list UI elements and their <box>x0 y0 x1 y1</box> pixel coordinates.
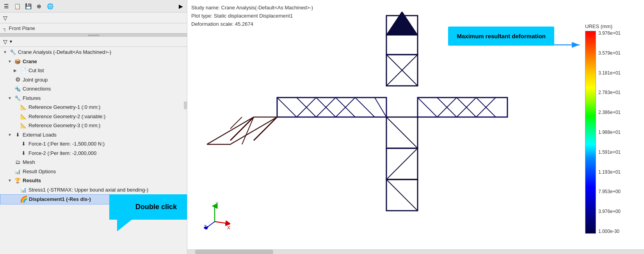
tree-fixtures[interactable]: ▼ 🔧 Fixtures <box>0 94 187 103</box>
tree-results[interactable]: ▼ 🏆 Results <box>0 176 187 185</box>
stress1-icon: 📊 <box>20 186 27 193</box>
extloads-expand[interactable]: ▼ <box>8 132 12 138</box>
root-expand[interactable]: ▼ <box>3 49 8 55</box>
study-line1: Study name: Crane Analysis(-Default<As M… <box>191 4 313 12</box>
crosshair-icon[interactable]: ⊕ <box>35 2 43 11</box>
tree-root[interactable]: ▼ 🔧 Crane Analysis (-Default<As Machined… <box>0 48 187 57</box>
tree-crane[interactable]: ▼ 📦 Crane <box>0 57 187 66</box>
double-click-tooltip-container: Double click <box>109 194 187 220</box>
color-scale: URES (mm) 3.976e+01 3.579e+01 3.181e+01 … <box>585 23 621 234</box>
root-label: Crane Analysis (-Default<As Machined>-) <box>18 48 111 56</box>
resize-handle[interactable] <box>184 101 187 109</box>
scrollbar-thumb[interactable] <box>195 250 273 254</box>
filter-bar-2: ▽ ▼ <box>0 37 187 47</box>
scale-values: 3.976e+01 3.579e+01 3.181e+01 2.783e+01 … <box>598 31 621 234</box>
svg-line-12 <box>355 98 375 117</box>
tree-refgeo3[interactable]: ▶ 📐 Reference Geometry-3 (:0 mm:) <box>0 121 187 130</box>
scale-val-5: 1.988e+01 <box>598 130 621 135</box>
cutlist-icon: 📄 <box>20 67 27 74</box>
scale-val-8: 7.953e+00 <box>598 189 621 194</box>
front-plane-label[interactable]: Front Plane <box>9 25 35 31</box>
filter-dropdown-arrow[interactable]: ▼ <box>9 39 13 44</box>
force1-label: Force-1 (:Per item: -1,500,000 N:) <box>28 140 105 148</box>
results-icon: 🏆 <box>14 177 21 184</box>
tree-mesh[interactable]: ▶ 🗂 Mesh <box>0 158 187 167</box>
displacement1-icon: 🌈 <box>20 196 27 203</box>
expand-icon[interactable]: ▶ <box>176 2 185 11</box>
crane-expand[interactable]: ▼ <box>8 59 12 64</box>
axis-indicator: Y X Z <box>203 202 230 231</box>
scale-val-10: 1.000e-30 <box>598 229 621 234</box>
svg-line-31 <box>386 117 418 148</box>
list-icon[interactable]: 📋 <box>13 2 21 11</box>
menu-icon[interactable]: ☰ <box>2 2 11 11</box>
tree-cutlist[interactable]: ▶ 📄 Cut list <box>0 66 187 75</box>
save-icon[interactable]: 💾 <box>24 2 32 11</box>
simulation-tree: ▼ 🔧 Crane Analysis (-Default<As Machined… <box>0 47 187 254</box>
mesh-icon: 🗂 <box>14 159 21 166</box>
filter-bar: ▽ <box>0 12 187 23</box>
globe-icon[interactable]: 🌐 <box>46 2 54 11</box>
x-axis-label: X <box>227 225 230 229</box>
z-axis-label: Z <box>204 224 206 229</box>
fixtures-expand[interactable]: ▼ <box>8 95 12 101</box>
scale-val-1: 3.579e+01 <box>598 51 621 55</box>
scale-val-4: 2.386e+01 <box>598 110 621 115</box>
svg-line-28 <box>242 117 254 144</box>
root-icon: 🔧 <box>9 49 16 56</box>
cutlist-label: Cut list <box>28 67 44 75</box>
results-expand[interactable]: ▼ <box>8 178 12 183</box>
scale-title: URES (mm) <box>585 23 612 29</box>
tree-jointgroup[interactable]: ▶ ⚙ Joint group <box>0 75 187 85</box>
filter-icon-2[interactable]: ▽ <box>3 39 7 45</box>
tree-refgeo2[interactable]: ▶ 📐 Reference Geometry-2 (:variable:) <box>0 112 187 121</box>
panel-divider[interactable] <box>0 34 187 37</box>
double-click-label: Double click <box>135 203 177 211</box>
main-viewport: Study name: Crane Analysis(-Default<As M… <box>187 0 644 254</box>
refgeo2-label: Reference Geometry-2 (:variable:) <box>28 113 105 121</box>
scrollbar-bottom[interactable] <box>187 249 644 254</box>
mesh-label: Mesh <box>23 158 35 166</box>
displacement1-label: Displacement1 (-Res dis-) <box>29 195 91 203</box>
cutlist-expand[interactable]: ▶ <box>14 67 18 73</box>
front-plane-row: ┐ Front Plane <box>0 23 187 34</box>
left-panel: ☰ 📋 💾 ⊕ 🌐 ▶ ▽ ┐ Front Plane ▽ ▼ ▼ 🔧 Cran… <box>0 0 187 254</box>
tree-stress1[interactable]: ▶ 📊 Stress1 (-STRMAX: Upper bound axial … <box>0 185 187 195</box>
filter-icon[interactable]: ▽ <box>3 15 7 21</box>
max-deform-tooltip: Maximum resultant deformation <box>448 27 554 46</box>
scale-val-2: 3.181e+01 <box>598 71 621 75</box>
top-toolbar: ☰ 📋 💾 ⊕ 🌐 ▶ <box>0 0 187 12</box>
connections-icon: 🔩 <box>14 85 21 92</box>
tree-force2[interactable]: ▶ ⬇ Force-2 (:Per item: -2,000,000 <box>0 149 187 158</box>
extloads-icon: ⬇ <box>14 131 21 138</box>
tooltip-arrow <box>117 219 133 231</box>
tree-force1[interactable]: ▶ ⬇ Force-1 (:Per item: -1,500,000 N:) <box>0 139 187 149</box>
scale-val-7: 1.193e+01 <box>598 170 621 174</box>
refgeo1-icon: 📐 <box>20 104 27 111</box>
force2-label: Force-2 (:Per item: -2,000,000 <box>28 149 96 157</box>
fixtures-label: Fixtures <box>23 94 41 102</box>
force1-icon: ⬇ <box>20 140 27 147</box>
stress1-label: Stress1 (-STRMAX: Upper bound axial and … <box>28 186 148 194</box>
crane-label: Crane <box>23 58 37 66</box>
svg-line-38 <box>207 222 215 227</box>
crane-svg <box>207 12 558 238</box>
tree-resultoptions[interactable]: ▶ 📊 Result Options <box>0 167 187 176</box>
tree-connections[interactable]: ▶ 🔩 Connections <box>0 84 187 94</box>
refgeo3-icon: 📐 <box>20 122 27 129</box>
tree-extloads[interactable]: ▼ ⬇ External Loads <box>0 130 187 140</box>
crane-icon: 📦 <box>14 58 21 65</box>
joint-icon: ⚙ <box>14 76 21 83</box>
svg-line-37 <box>215 222 228 224</box>
force2-icon: ⬇ <box>20 149 27 156</box>
tree-refgeo1[interactable]: ▶ 📐 Reference Geometry-1 (:0 mm:) <box>0 103 187 112</box>
resultoptions-icon: 📊 <box>14 168 21 175</box>
svg-line-18 <box>418 98 437 117</box>
svg-line-13 <box>375 98 386 117</box>
scale-val-3: 2.783e+01 <box>598 90 621 95</box>
svg-rect-17 <box>418 98 507 117</box>
front-plane-icon: ┐ <box>3 26 7 31</box>
svg-marker-27 <box>207 117 277 144</box>
scale-val-9: 3.976e+00 <box>598 209 621 214</box>
joint-label: Joint group <box>23 76 48 84</box>
